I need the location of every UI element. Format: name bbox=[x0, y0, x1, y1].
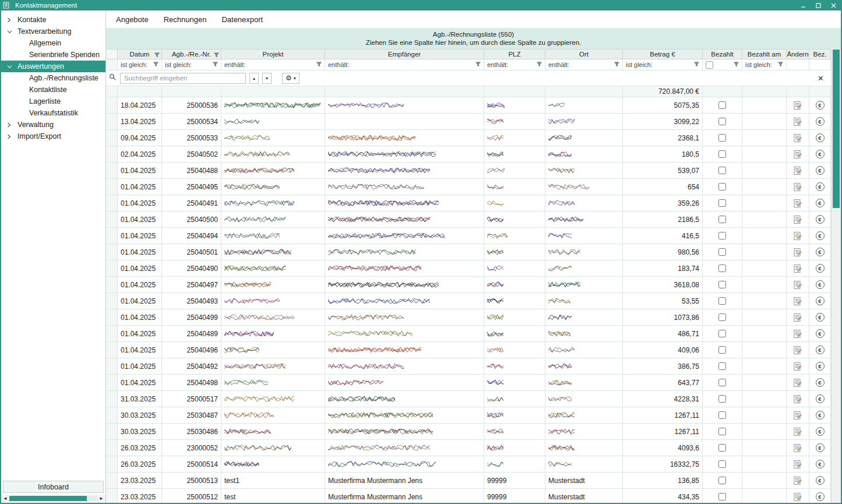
column-header-datum[interactable]: Datum bbox=[118, 50, 162, 59]
edit-row-button[interactable] bbox=[793, 411, 802, 420]
bezahlt-checkbox[interactable] bbox=[718, 281, 726, 288]
edit-row-button[interactable] bbox=[793, 313, 802, 322]
bezahlt-checkbox[interactable] bbox=[718, 330, 726, 337]
pay-row-button[interactable]: € bbox=[816, 166, 825, 175]
row-indicator[interactable] bbox=[106, 342, 118, 358]
bezahlt-checkbox[interactable] bbox=[718, 395, 726, 403]
filter-funnel-icon[interactable] bbox=[153, 61, 158, 68]
pay-row-button[interactable]: € bbox=[816, 329, 825, 338]
row-indicator[interactable] bbox=[106, 195, 118, 211]
filter-projekt[interactable]: enthält: bbox=[221, 59, 325, 70]
pay-row-button[interactable]: € bbox=[816, 182, 825, 191]
tab-rechnungen[interactable]: Rechnungen bbox=[156, 10, 214, 28]
edit-row-button[interactable] bbox=[793, 280, 802, 290]
table-row[interactable]: 01.04.202525040492386,75€ bbox=[106, 358, 831, 375]
table-row[interactable]: 09.04.2025250005332368,1€ bbox=[106, 130, 831, 146]
pay-row-button[interactable]: € bbox=[816, 199, 825, 207]
edit-row-button[interactable] bbox=[793, 117, 802, 126]
table-row[interactable]: 01.04.202525040501980,56€ bbox=[106, 244, 831, 260]
bezahlt-checkbox[interactable] bbox=[718, 493, 726, 501]
row-indicator[interactable] bbox=[106, 358, 118, 374]
bezahlt-checkbox[interactable] bbox=[718, 379, 726, 386]
bezahlt-checkbox[interactable] bbox=[718, 313, 726, 321]
edit-row-button[interactable] bbox=[793, 215, 802, 224]
bezahlt-checkbox[interactable] bbox=[718, 118, 726, 125]
row-indicator[interactable] bbox=[106, 228, 118, 244]
edit-row-button[interactable] bbox=[793, 329, 802, 339]
edit-row-button[interactable] bbox=[793, 264, 802, 273]
pay-row-button[interactable]: € bbox=[816, 460, 825, 468]
filter-ort[interactable]: enthält: bbox=[545, 59, 623, 70]
filter-funnel-icon[interactable] bbox=[734, 61, 739, 68]
bezahlt-checkbox[interactable] bbox=[718, 477, 726, 484]
pay-row-button[interactable]: € bbox=[816, 476, 825, 485]
edit-row-button[interactable] bbox=[793, 346, 802, 355]
row-indicator[interactable] bbox=[106, 456, 118, 472]
row-indicator[interactable] bbox=[106, 179, 118, 195]
table-row[interactable]: 01.04.2025250404991073,86€ bbox=[106, 309, 831, 326]
pay-row-button[interactable]: € bbox=[816, 150, 825, 158]
table-row[interactable]: 01.04.202525040490183,74€ bbox=[106, 260, 831, 277]
filter-aendern[interactable] bbox=[787, 59, 809, 70]
table-row[interactable]: 01.04.2025250404973618,08€ bbox=[106, 277, 831, 293]
pay-row-button[interactable]: € bbox=[816, 492, 825, 501]
row-indicator[interactable] bbox=[106, 375, 118, 390]
row-indicator[interactable] bbox=[106, 293, 118, 309]
filter-funnel-icon[interactable] bbox=[154, 52, 160, 59]
edit-row-button[interactable] bbox=[793, 182, 802, 192]
sidebar-item-textverarbeitung[interactable]: Textverarbeitung bbox=[1, 26, 105, 37]
scrollbar-track[interactable] bbox=[9, 496, 97, 501]
edit-row-button[interactable] bbox=[793, 297, 802, 306]
close-button[interactable] bbox=[826, 0, 841, 10]
filter-bezahlt-checkbox[interactable] bbox=[706, 61, 713, 69]
bezahlt-checkbox[interactable] bbox=[718, 183, 726, 191]
row-indicator[interactable] bbox=[106, 244, 118, 260]
filter-funnel-icon[interactable] bbox=[614, 61, 619, 68]
edit-row-button[interactable] bbox=[793, 248, 802, 257]
pay-row-button[interactable]: € bbox=[816, 427, 825, 436]
sidebar-item-auswertungen[interactable]: Auswertungen bbox=[1, 61, 105, 72]
sidebar-item-import-export[interactable]: Import/Export bbox=[1, 131, 105, 142]
scrollbar-thumb[interactable] bbox=[833, 50, 840, 208]
pay-row-button[interactable]: € bbox=[816, 280, 825, 289]
bezahlt-checkbox[interactable] bbox=[718, 460, 726, 468]
filter-empfaenger[interactable]: enthält: bbox=[325, 59, 484, 70]
row-indicator[interactable] bbox=[106, 309, 118, 325]
edit-row-button[interactable] bbox=[793, 394, 802, 404]
edit-row-button[interactable] bbox=[793, 476, 802, 485]
filter-funnel-icon[interactable] bbox=[316, 61, 322, 68]
pay-row-button[interactable]: € bbox=[816, 264, 825, 273]
pay-row-button[interactable]: € bbox=[816, 313, 825, 322]
filter-bezahlt[interactable] bbox=[703, 59, 742, 70]
row-indicator[interactable] bbox=[106, 326, 118, 341]
close-search-icon[interactable]: ✕ bbox=[818, 75, 824, 82]
filter-funnel-icon[interactable] bbox=[537, 61, 542, 68]
row-indicator[interactable] bbox=[106, 146, 118, 162]
row-indicator[interactable] bbox=[106, 391, 118, 407]
bezahlt-checkbox[interactable] bbox=[718, 346, 726, 354]
column-header-empfaenger[interactable]: Empfänger bbox=[325, 50, 484, 59]
edit-row-button[interactable] bbox=[793, 460, 802, 469]
row-indicator[interactable] bbox=[106, 97, 118, 113]
column-header-bez[interactable]: Bez. bbox=[809, 50, 831, 59]
pay-row-button[interactable]: € bbox=[816, 411, 825, 420]
infoboard-button[interactable]: Infoboard bbox=[3, 481, 104, 493]
table-row[interactable]: 30.03.2025250304871267,11€ bbox=[106, 407, 831, 424]
pay-row-button[interactable]: € bbox=[816, 117, 825, 126]
edit-row-button[interactable] bbox=[793, 101, 802, 110]
sidebar-item-agb-rechnungsliste[interactable]: Agb.-/Rechnungsliste bbox=[1, 72, 105, 84]
table-row[interactable]: 26.03.20252500051416332,75€ bbox=[106, 456, 831, 473]
row-indicator[interactable] bbox=[106, 260, 118, 276]
row-indicator[interactable] bbox=[106, 407, 118, 423]
bezahlt-checkbox[interactable] bbox=[718, 362, 726, 370]
bezahlt-checkbox[interactable] bbox=[718, 232, 726, 239]
table-row[interactable]: 01.04.202525040488539,07€ bbox=[106, 163, 831, 179]
pay-row-button[interactable]: € bbox=[816, 215, 825, 224]
row-indicator[interactable] bbox=[106, 424, 118, 439]
filter-betrag[interactable]: ist gleich: bbox=[623, 59, 703, 70]
pay-row-button[interactable]: € bbox=[816, 297, 825, 305]
edit-row-button[interactable] bbox=[793, 492, 802, 502]
pay-row-button[interactable]: € bbox=[816, 378, 825, 387]
sidebar-item-allgemein[interactable]: Allgemein bbox=[1, 37, 105, 49]
edit-row-button[interactable] bbox=[793, 150, 802, 159]
